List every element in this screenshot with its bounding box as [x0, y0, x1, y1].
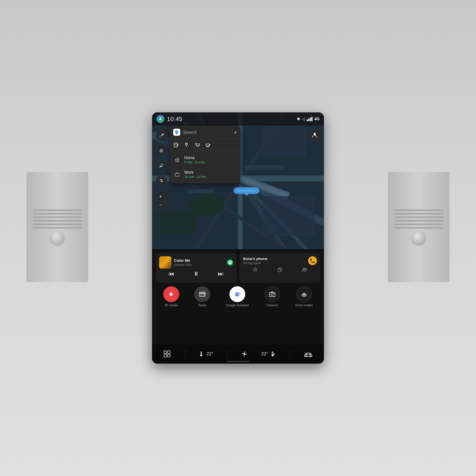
bluetooth-icon: ✱ — [297, 117, 300, 121]
network-indicator: 4G — [314, 117, 320, 121]
search-input[interactable]: Search — [183, 130, 231, 135]
song-name: Color Me — [174, 258, 224, 263]
signal-bar-4 — [311, 117, 312, 121]
location-pin: Hisingsbron — [234, 187, 259, 196]
svg-point-23 — [176, 131, 177, 133]
svg-point-22 — [314, 133, 316, 135]
svg-point-37 — [305, 268, 307, 270]
volume-button[interactable]: 🔊 — [155, 160, 167, 171]
svg-rect-34 — [175, 173, 179, 176]
navigation-icon: ◁ — [302, 117, 305, 121]
home-indicator — [227, 361, 249, 362]
maps-letter: A — [159, 117, 162, 121]
cards-row: Color Me Arizona Rain ⏮ ⏸ ⏭ — [152, 249, 324, 285]
spotify-icon — [227, 259, 233, 266]
svg-point-41 — [203, 294, 205, 295]
prev-button[interactable]: ⏮ — [167, 270, 176, 277]
home-icon — [173, 156, 181, 164]
category-cafe[interactable] — [205, 142, 211, 148]
favorites-button[interactable] — [252, 267, 258, 274]
phone-status: Strong signal — [243, 261, 268, 265]
media-card[interactable]: Color Me Arizona Rain ⏮ ⏸ ⏭ — [155, 253, 237, 283]
home-result-info: Home 9 min · 6.4 km — [184, 155, 205, 164]
grid-button[interactable] — [163, 350, 171, 358]
vent-knob-right[interactable] — [412, 231, 425, 245]
zoom-out-button[interactable]: − — [156, 201, 166, 209]
svg-rect-55 — [164, 354, 167, 357]
temp-right-control[interactable]: 22° — [261, 351, 276, 357]
vent-slat — [394, 223, 443, 225]
bt-media-app[interactable]: BT media — [163, 286, 179, 307]
screen-container: A 10:45 ✱ ◁ 4G — [152, 112, 324, 364]
temp-left-value: 22° — [206, 351, 213, 356]
radio-app[interactable]: Radio — [194, 286, 210, 307]
signal-bar-1 — [307, 119, 308, 121]
microphone-button[interactable]: 🎤 — [155, 130, 167, 141]
vent-slat — [394, 227, 443, 229]
vent-slat — [394, 220, 443, 222]
vent-slat — [33, 220, 82, 222]
drive-modes-label: Drive modes — [295, 304, 313, 307]
vent-knob-left[interactable] — [51, 231, 64, 245]
svg-point-36 — [303, 268, 305, 270]
svg-point-48 — [274, 293, 274, 294]
svg-rect-16 — [262, 196, 315, 236]
svg-rect-52 — [303, 293, 305, 294]
location-name: Hisingsbron — [236, 189, 257, 192]
svg-rect-53 — [164, 351, 167, 354]
recents-button[interactable] — [277, 267, 283, 274]
home-result-details: 9 min · 6.4 km — [184, 160, 205, 164]
home-result-name: Home — [184, 155, 205, 160]
apps-row: BT media Radio — [152, 285, 324, 310]
svg-rect-49 — [270, 294, 271, 295]
temp-right-value: 22° — [261, 351, 268, 356]
fan-control[interactable] — [241, 351, 248, 357]
category-shopping[interactable] — [194, 142, 201, 148]
temp-left-control[interactable]: 22° — [199, 351, 213, 357]
next-button[interactable]: ⏭ — [216, 270, 225, 277]
google-assistant-app[interactable]: Google Assistant — [226, 286, 249, 307]
svg-point-57 — [201, 355, 202, 356]
media-info: Color Me Arizona Rain — [174, 258, 224, 266]
camera-app[interactable]: Camera — [264, 286, 280, 307]
work-result-details: 16 min · 12 km — [184, 175, 206, 178]
vent-slat — [33, 223, 82, 225]
work-result[interactable]: Work 16 min · 12 km — [170, 167, 240, 182]
vent-slat — [394, 209, 443, 211]
phone-card[interactable]: Anna's phone Strong signal 📞 — [239, 253, 321, 283]
home-result[interactable]: Home 9 min · 6.4 km — [170, 153, 240, 167]
bt-media-icon — [163, 286, 179, 302]
work-result-info: Work 16 min · 12 km — [184, 170, 206, 178]
settings-button[interactable]: ⚙ — [155, 145, 167, 156]
search-header[interactable]: Search ∧ — [170, 126, 240, 139]
search-chevron-icon[interactable]: ∧ — [234, 130, 237, 135]
zoom-controls: + − — [155, 192, 166, 209]
contacts-button[interactable] — [302, 267, 308, 274]
media-controls: ⏮ ⏸ ⏭ — [159, 270, 233, 277]
vent-slat — [33, 216, 82, 218]
pause-button[interactable]: ⏸ — [191, 270, 201, 277]
profile-button[interactable] — [309, 129, 321, 141]
album-art — [159, 256, 171, 269]
search-dropdown[interactable]: Search ∧ — [170, 126, 240, 183]
map-area[interactable]: A 10:45 ✱ ◁ 4G — [152, 112, 324, 249]
camera-icon — [264, 286, 280, 302]
status-right: ✱ ◁ 4G — [297, 117, 320, 121]
category-restaurant[interactable] — [184, 142, 190, 148]
car-button[interactable] — [304, 351, 313, 357]
svg-rect-19 — [152, 212, 196, 234]
navigation-button[interactable]: ⇅ — [155, 175, 167, 187]
svg-rect-21 — [187, 189, 214, 193]
maps-icon: A — [156, 115, 164, 123]
svg-point-45 — [237, 295, 238, 297]
camera-label: Camera — [267, 304, 278, 307]
svg-point-29 — [199, 146, 199, 147]
signal-bar-3 — [310, 118, 311, 121]
bottom-area: Color Me Arizona Rain ⏮ ⏸ ⏭ — [152, 249, 324, 364]
phone-icon: 📞 — [308, 256, 317, 265]
category-gas[interactable] — [173, 142, 179, 148]
song-artist: Arizona Rain — [174, 263, 224, 266]
zoom-in-button[interactable]: + — [156, 192, 166, 201]
drive-modes-app[interactable]: Drive modes — [295, 286, 313, 307]
google-maps-mini-icon — [173, 129, 180, 136]
